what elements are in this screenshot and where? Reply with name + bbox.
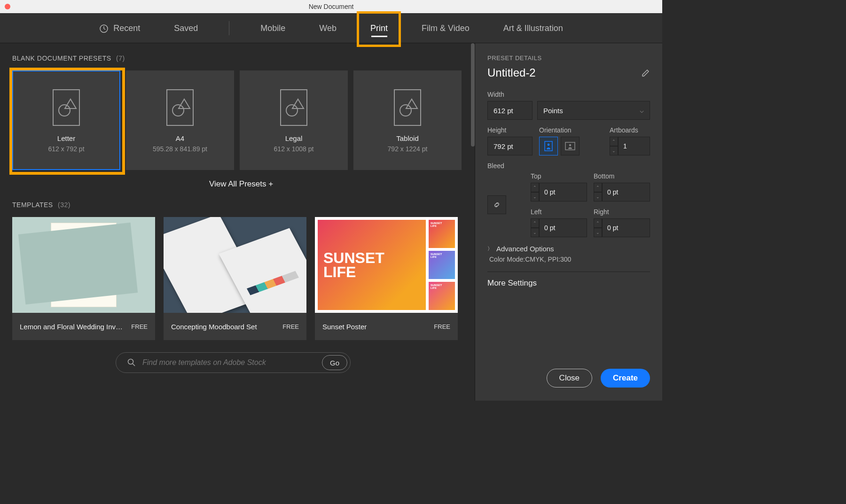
bleed-label: Bleed xyxy=(487,162,650,170)
tab-mobile[interactable]: Mobile xyxy=(258,14,288,42)
height-input[interactable]: 792 pt xyxy=(487,137,533,155)
bleed-top-input[interactable]: 0 pt xyxy=(539,183,587,202)
window-title: New Document xyxy=(309,3,354,10)
width-label: Width xyxy=(487,91,650,98)
go-button[interactable]: Go xyxy=(322,355,347,370)
svg-point-2 xyxy=(59,105,70,116)
advanced-options-toggle[interactable]: 〉 Advanced Options xyxy=(487,245,650,253)
color-mode-info: Color Mode:CMYK, PPI:300 xyxy=(487,256,650,263)
preset-letter[interactable]: Letter 612 x 792 pt xyxy=(12,70,120,170)
close-button[interactable]: Close xyxy=(547,369,592,388)
width-input[interactable]: 612 pt xyxy=(487,101,533,120)
height-label: Height xyxy=(487,126,533,134)
stock-search[interactable]: Go xyxy=(116,352,351,373)
preset-details-panel: PRESET DETAILS Untitled-2 Width 612 pt P… xyxy=(475,43,662,401)
template-sunset[interactable]: SUNSETLIFE SUNSETLIFESUNSETLIFESUNSETLIF… xyxy=(315,217,458,340)
svg-point-8 xyxy=(400,105,411,116)
tab-art-illustration[interactable]: Art & Illustration xyxy=(501,14,566,42)
bleed-right-stepper[interactable]: ⌃⌄ xyxy=(594,218,602,237)
tab-recent[interactable]: Recent xyxy=(96,14,143,42)
highlight-tab-print xyxy=(357,11,401,47)
portrait-icon xyxy=(544,141,553,151)
document-icon xyxy=(163,88,197,128)
bleed-left-stepper[interactable]: ⌃⌄ xyxy=(531,218,539,237)
tab-web[interactable]: Web xyxy=(316,14,339,42)
tab-film-video[interactable]: Film & Video xyxy=(419,14,472,42)
bleed-bottom-stepper[interactable]: ⌃⌄ xyxy=(594,183,602,202)
landscape-icon xyxy=(565,142,575,150)
svg-point-6 xyxy=(286,105,298,116)
svg-point-4 xyxy=(172,105,184,116)
details-header: PRESET DETAILS xyxy=(487,54,650,62)
category-tabbar: Recent Saved Mobile Web Print Film & Vid… xyxy=(0,13,662,43)
chevron-down-icon: ⌵ xyxy=(640,106,644,115)
bleed-link-toggle[interactable] xyxy=(487,195,506,214)
svg-point-14 xyxy=(569,144,571,146)
templates-row: john &mary Lemon and Floral Wedding Invi… xyxy=(12,217,470,340)
scrollbar[interactable] xyxy=(471,43,475,147)
orientation-label: Orientation xyxy=(539,126,580,134)
document-icon xyxy=(391,88,424,128)
artboards-input[interactable]: 1 xyxy=(618,137,650,155)
stock-search-input[interactable] xyxy=(142,358,315,367)
template-thumbnail xyxy=(164,217,306,313)
orientation-portrait[interactable] xyxy=(539,137,558,155)
left-panel: BLANK DOCUMENT PRESETS (7) Letter 612 x … xyxy=(0,43,475,401)
template-wedding[interactable]: john &mary Lemon and Floral Wedding Invi… xyxy=(12,217,155,340)
bleed-bottom-input[interactable]: 0 pt xyxy=(602,183,650,202)
close-traffic-light[interactable] xyxy=(5,4,10,9)
chevron-right-icon: 〉 xyxy=(487,245,493,252)
presets-grid: Letter 612 x 792 pt A4 595.28 x 841.89 p… xyxy=(12,70,470,170)
orientation-landscape[interactable] xyxy=(561,137,580,155)
document-name[interactable]: Untitled-2 xyxy=(487,66,536,79)
svg-point-9 xyxy=(128,359,133,364)
titlebar: New Document xyxy=(0,0,662,13)
clock-icon xyxy=(99,24,109,33)
artboards-stepper[interactable]: ⌃⌄ xyxy=(610,137,618,155)
svg-line-10 xyxy=(133,364,135,366)
bleed-top-stepper[interactable]: ⌃⌄ xyxy=(531,183,539,202)
templates-heading: TEMPLATES (32) xyxy=(12,201,470,209)
preset-legal[interactable]: Legal 612 x 1008 pt xyxy=(240,70,348,170)
units-select[interactable]: Points ⌵ xyxy=(537,101,650,120)
template-thumbnail: SUNSETLIFE SUNSETLIFESUNSETLIFESUNSETLIF… xyxy=(315,217,458,313)
edit-name-icon[interactable] xyxy=(642,69,650,77)
artboards-label: Artboards xyxy=(610,126,650,134)
preset-tabloid[interactable]: Tabloid 792 x 1224 pt xyxy=(353,70,462,170)
presets-heading: BLANK DOCUMENT PRESETS (7) xyxy=(12,54,470,62)
link-icon xyxy=(493,201,501,209)
document-icon xyxy=(49,88,83,128)
svg-point-12 xyxy=(548,144,550,146)
view-all-presets[interactable]: View All Presets + xyxy=(12,179,470,189)
template-moodboard[interactable]: Concepting Moodboard Set FREE xyxy=(164,217,306,340)
search-icon xyxy=(127,358,136,367)
bleed-left-input[interactable]: 0 pt xyxy=(539,218,587,237)
more-settings[interactable]: More Settings xyxy=(487,279,650,288)
tab-divider xyxy=(229,21,229,35)
tab-saved[interactable]: Saved xyxy=(171,14,201,42)
preset-a4[interactable]: A4 595.28 x 841.89 pt xyxy=(126,70,234,170)
document-icon xyxy=(277,88,311,128)
template-thumbnail: john &mary xyxy=(12,217,155,313)
create-button[interactable]: Create xyxy=(601,369,650,388)
bleed-right-input[interactable]: 0 pt xyxy=(602,218,650,237)
